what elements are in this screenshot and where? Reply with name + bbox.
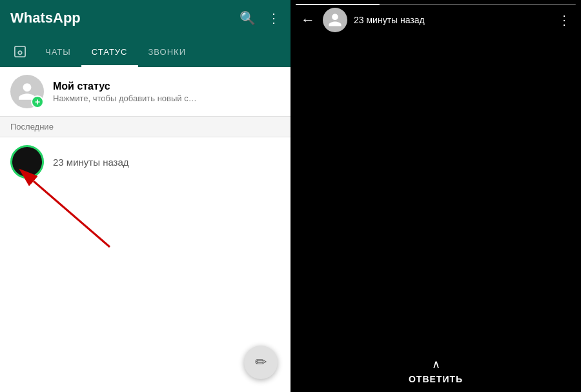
svg-line-1 <box>34 181 110 247</box>
my-status-item[interactable]: + Мой статус Нажмите, чтобы добавить нов… <box>0 67 290 117</box>
my-status-avatar-wrap: + <box>10 75 44 108</box>
section-recent: Последние <box>0 117 290 137</box>
search-icon[interactable]: 🔍 <box>240 10 256 26</box>
tab-camera[interactable] <box>5 36 35 67</box>
my-status-name: Мой статус <box>53 81 197 92</box>
left-content: 23 минуты назад ✏ <box>0 137 290 392</box>
status-item[interactable]: 23 минуты назад <box>0 137 290 186</box>
reply-button[interactable]: ОТВЕТИТЬ <box>409 374 463 384</box>
story-more-options-icon[interactable]: ⋮ <box>558 12 571 28</box>
status-avatar <box>10 145 44 179</box>
tab-status[interactable]: СТАТУС <box>81 36 138 67</box>
tab-chats[interactable]: ЧАТЫ <box>35 36 81 67</box>
left-panel: WhatsApp 🔍 ⋮ ЧАТЫ СТАТУС ЗВОНКИ + <box>0 0 290 392</box>
fab-edit-button[interactable]: ✏ <box>244 346 278 379</box>
header-icons: 🔍 ⋮ <box>240 10 280 26</box>
right-panel: ← 23 минуты назад ⋮ ∧ ОТВЕТИТЬ <box>290 0 581 392</box>
story-content <box>290 0 581 392</box>
my-status-text: Мой статус Нажмите, чтобы добавить новый… <box>53 81 197 103</box>
story-footer: ∧ ОТВЕТИТЬ <box>290 349 581 392</box>
status-avatar-wrap <box>10 145 44 179</box>
back-button[interactable]: ← <box>301 12 315 28</box>
more-options-icon[interactable]: ⋮ <box>267 10 280 26</box>
status-time: 23 минуты назад <box>53 157 129 168</box>
my-status-hint: Нажмите, чтобы добавить новый с… <box>53 93 197 103</box>
story-sender-avatar <box>323 8 347 32</box>
app-header: WhatsApp 🔍 ⋮ <box>0 0 290 36</box>
tabs-bar: ЧАТЫ СТАТУС ЗВОНКИ <box>0 36 290 67</box>
status-info: 23 минуты назад <box>53 157 129 168</box>
reply-chevron-icon: ∧ <box>432 357 440 371</box>
story-header: ← 23 минуты назад ⋮ <box>290 0 581 40</box>
add-status-button[interactable]: + <box>31 95 44 108</box>
app-title: WhatsApp <box>10 10 81 26</box>
tab-calls[interactable]: ЗВОНКИ <box>138 36 197 67</box>
story-time: 23 минуты назад <box>354 15 558 25</box>
